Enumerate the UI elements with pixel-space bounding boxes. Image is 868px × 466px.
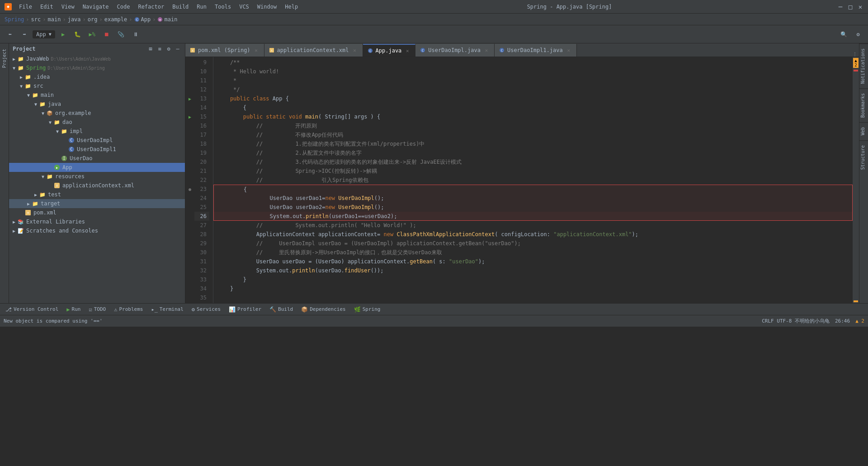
dependencies-btn[interactable]: 📦 Dependencies xyxy=(297,305,349,314)
tab-appcontext[interactable]: X applicationContext.xml ✕ xyxy=(264,44,363,57)
tree-item-javaweb[interactable]: ▶ 📁 JavaWeb D:\Users\Admin\JavaWeb xyxy=(9,54,185,63)
tree-item-appcontext-xml[interactable]: X applicationContext.xml xyxy=(9,181,185,190)
search-everywhere[interactable]: 🔍 xyxy=(837,28,850,41)
menu-refactor[interactable]: Refactor xyxy=(134,3,168,11)
svg-text:C: C xyxy=(501,49,503,52)
services-btn[interactable]: ⚙ Services xyxy=(188,305,224,314)
sidebar-expand-all[interactable]: ⊞ xyxy=(147,45,154,52)
maximize-button[interactable]: □ xyxy=(847,4,854,10)
menu-vcs[interactable]: VCS xyxy=(236,3,253,11)
attach-profiler[interactable]: 📎 xyxy=(115,28,127,41)
breadcrumb-app[interactable]: C App xyxy=(134,16,151,23)
tab-close-userdaoimpl1[interactable]: ✕ xyxy=(566,47,572,53)
structure-panel[interactable]: Structure xyxy=(859,140,868,174)
menu-edit[interactable]: Edit xyxy=(37,3,57,11)
code-line-34: } xyxy=(213,284,853,293)
tree-item-idea[interactable]: ▶ 📁 .idea xyxy=(9,72,185,81)
sidebar-gear[interactable]: ⚙ xyxy=(165,45,172,52)
tree-item-userdao[interactable]: I UserDao xyxy=(9,154,185,163)
problems-btn[interactable]: ⚠ Problems xyxy=(110,305,146,314)
menu-navigate[interactable]: Navigate xyxy=(79,3,113,11)
menu-help[interactable]: Help xyxy=(281,3,302,11)
menu-file[interactable]: File xyxy=(15,3,36,11)
breadcrumb-org[interactable]: org xyxy=(88,16,98,23)
tree-item-java[interactable]: ▼ 📁 java xyxy=(9,100,185,109)
web-panel[interactable]: Web xyxy=(859,122,868,140)
arrow-spring: ▼ xyxy=(11,66,17,71)
tree-item-app[interactable]: ▶ App xyxy=(9,163,185,172)
code-editor[interactable]: /** * Hello world! * */ public class App… xyxy=(213,57,853,303)
breadcrumb-java[interactable]: java xyxy=(68,16,81,23)
tab-userdaoimpl[interactable]: C UserDaoImpl.java ✕ xyxy=(415,44,495,57)
icon-javaweb: 📁 xyxy=(17,55,24,62)
run-button[interactable]: ▶ xyxy=(57,28,70,41)
notifications-panel[interactable]: Notifications xyxy=(859,43,868,88)
breadcrumb-src[interactable]: src xyxy=(31,16,41,23)
tab-close-app[interactable]: ✕ xyxy=(404,48,410,54)
version-control-btn[interactable]: ⎇ Version Control xyxy=(2,305,62,314)
tree-item-target[interactable]: ▶ 📁 target xyxy=(9,199,185,208)
run-tool-btn[interactable]: ▶ Run xyxy=(63,305,84,314)
problems-icon: ⚠ xyxy=(114,306,117,313)
warning-count[interactable]: ▲ 2 xyxy=(853,57,859,69)
tree-item-external-libs[interactable]: ▶ 📚 External Libraries xyxy=(9,217,185,226)
tab-pom-xml[interactable]: X pom.xml (Spring) ✕ xyxy=(185,44,264,57)
code-container[interactable]: ▶ ▶ ● xyxy=(185,57,859,303)
terminal-btn[interactable]: ▸_ Terminal xyxy=(147,305,187,314)
tree-item-impl[interactable]: ▼ 📁 impl xyxy=(9,127,185,136)
minimize-button[interactable]: ─ xyxy=(837,4,844,10)
build-btn[interactable]: 🔨 Build xyxy=(266,305,297,314)
breadcrumb-main[interactable]: main xyxy=(48,16,61,23)
window-controls: ─ □ ✕ xyxy=(837,4,863,10)
todo-btn[interactable]: ☑ TODO xyxy=(85,305,109,314)
breadcrumb-example[interactable]: example xyxy=(104,16,127,23)
tab-close-appcontext[interactable]: ✕ xyxy=(352,47,358,53)
project-panel-label[interactable]: Project xyxy=(1,45,8,71)
tree-item-src[interactable]: ▼ 📁 src xyxy=(9,81,185,90)
menu-tools[interactable]: Tools xyxy=(211,3,235,11)
settings-button[interactable]: ⚙ xyxy=(852,28,864,41)
code-line-24: UserDao userDao1=new UserDaoImpl(); xyxy=(213,194,853,203)
svg-text:C: C xyxy=(71,138,73,143)
svg-text:m: m xyxy=(159,18,161,22)
menu-build[interactable]: Build xyxy=(169,3,192,11)
menu-window[interactable]: Window xyxy=(254,3,280,11)
menu-view[interactable]: View xyxy=(58,3,78,11)
tree-item-pom[interactable]: M pom.xml xyxy=(9,208,185,217)
close-button[interactable]: ✕ xyxy=(857,4,863,10)
menu-code[interactable]: Code xyxy=(113,3,134,11)
tree-item-scratches[interactable]: ▶ 📝 Scratches and Consoles xyxy=(9,226,185,235)
tree-item-resources[interactable]: ▼ 📁 resources xyxy=(9,172,185,181)
build-icon: 🔨 xyxy=(269,306,276,313)
tab-close-userdaoimpl[interactable]: ✕ xyxy=(483,47,490,53)
profiler-btn[interactable]: 📊 Profiler xyxy=(225,305,265,314)
debug-button[interactable]: 🐛 xyxy=(71,28,84,41)
forward-button[interactable]: ➡ xyxy=(18,28,31,41)
bookmarks-panel[interactable]: Bookmarks xyxy=(859,88,868,122)
run-with-coverage[interactable]: ▶% xyxy=(86,28,99,41)
pause-button[interactable]: ⏸ xyxy=(129,28,142,41)
tree-item-userdaoimpl[interactable]: C UserDaoImpl xyxy=(9,136,185,145)
sidebar-collapse-all[interactable]: ≡ xyxy=(156,45,163,52)
breadcrumb-spring[interactable]: Spring xyxy=(5,16,24,23)
svg-text:X: X xyxy=(192,49,193,52)
tab-close-pom[interactable]: ✕ xyxy=(253,47,259,53)
tab-app-java[interactable]: C App.java ✕ xyxy=(363,44,416,57)
back-button[interactable]: ⬅ xyxy=(4,28,16,41)
tree-item-dao[interactable]: ▼ 📁 dao xyxy=(9,118,185,127)
sidebar-minimize[interactable]: — xyxy=(174,45,181,52)
tree-item-org-example[interactable]: ▼ 📦 org.example xyxy=(9,109,185,118)
breadcrumb-main-method[interactable]: m main xyxy=(157,16,177,23)
run-config-selector[interactable]: App ▼ xyxy=(33,30,55,38)
menu-run[interactable]: Run xyxy=(193,3,210,11)
tree-item-spring[interactable]: ▼ 📁 Spring D:\Users\Admin\Spring xyxy=(9,63,185,72)
tree-item-test[interactable]: ▶ 📁 test xyxy=(9,190,185,199)
tab-list-button[interactable]: ⋮ xyxy=(853,52,857,57)
spring-btn[interactable]: 🌿 Spring xyxy=(350,305,384,314)
stop-button[interactable]: ⏹ xyxy=(100,28,113,41)
main-content: Project Project ⊞ ≡ ⚙ — ▶ 📁 JavaWeb D:\U… xyxy=(0,43,868,303)
arrow-target: ▶ xyxy=(25,201,32,206)
tree-item-userdaoimpl1[interactable]: C UserDaoImpl1 xyxy=(9,145,185,154)
tab-userdaoimpl1[interactable]: C UserDaoImpl1.java ✕ xyxy=(495,44,577,57)
tree-item-main[interactable]: ▼ 📁 main xyxy=(9,90,185,100)
